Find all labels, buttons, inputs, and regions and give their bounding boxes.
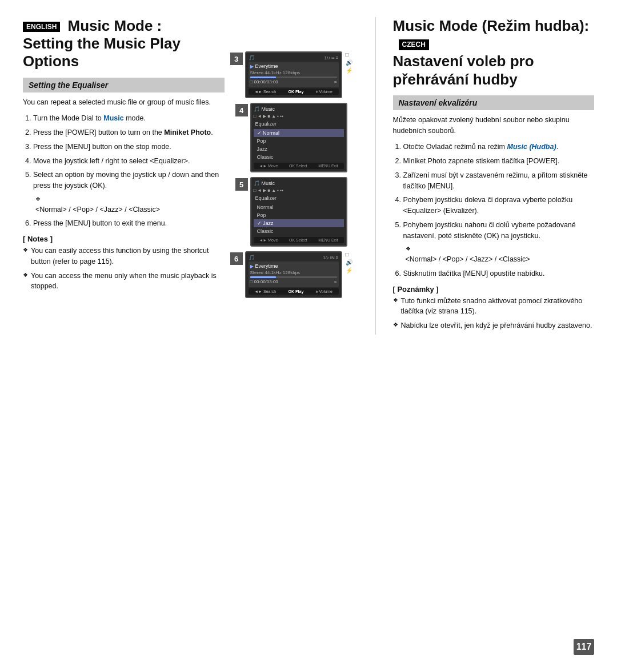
screen6-menu-icon: ≡ — [336, 255, 339, 260]
screen6-icon-2: 🔊 — [346, 259, 352, 265]
czech-step-5: Pohybem joysticku nahoru či dolů vyberte… — [403, 220, 595, 265]
screen-step5-wrapper: 5 🎵 Music □◄▶ ■▲▪ ▪▪ Equalizer Normal Po… — [235, 177, 347, 247]
english-step-4: Move the joystick left / right to select… — [33, 156, 225, 167]
screen6-status1: 1/♪ — [323, 255, 329, 260]
czech-note-1: Tuto funkci můžete snadno aktivovat pomo… — [393, 296, 595, 317]
screen6-search: ◄► Search — [254, 289, 276, 293]
czech-title-line2: Nastavení voleb pro přehrávání hudby — [393, 53, 534, 87]
screen-step4: 🎵 Music □◄▶ ■▲▪ ▪▪ Equalizer ✓ Normal Po… — [250, 103, 347, 172]
screen3-volume: ± Volume — [316, 90, 332, 94]
english-step-6: Press the [MENU] button to exit the menu… — [33, 218, 225, 229]
screen5-controls: □◄▶ ■▲▪ ▪▪ — [254, 188, 344, 193]
english-section-header: Setting the Equaliser — [23, 78, 225, 92]
screen-step6-wrapper: 6 🎵 1/♪ IN ≡ ▶ — [230, 251, 352, 298]
screen5-menu-title: Equalizer — [254, 195, 344, 202]
czech-step-1: Otočte Ovladač režimů na režim Music (Hu… — [403, 142, 595, 152]
screen4-music-icon: 🎵 — [254, 106, 260, 112]
czech-step1-highlight: Music (Hudba) — [507, 143, 556, 151]
english-step5-sub: <Normal> / <Pop> / <Jazz> / <Classic> — [35, 204, 225, 215]
screen3-music-icon: 🎵 — [249, 55, 255, 61]
screen6-icon-1: □ — [346, 251, 352, 257]
screen6-track-arrow: ▶ — [250, 264, 254, 269]
screen5-move: ◄► Move — [259, 238, 278, 242]
english-intro: You can repeat a selected music file or … — [23, 97, 225, 108]
screen3-search: ◄► Search — [254, 90, 276, 94]
screen5-bottom: ◄► Move OK Select MENU Exit — [254, 237, 344, 243]
english-note-1: You can easily access this function by u… — [23, 246, 225, 267]
screen4-item-normal: ✓ Normal — [254, 129, 344, 137]
screen5-select: OK Select — [289, 238, 307, 242]
czech-step-2: Miniket Photo zapnete stiskem tlačítka [… — [403, 156, 595, 167]
screen6-bottom-bar: ◄► Search OK Play ± Volume — [249, 288, 339, 295]
screen3-track-arrow: ▶ — [250, 64, 254, 69]
screen3-status2: ▪▪ — [331, 55, 335, 61]
vertical-divider — [375, 17, 376, 335]
czech-section: Music Mode (Režim hudba): CZECH Nastaven… — [393, 17, 595, 335]
screens-area: 3 🎵 1/♪ ▪▪ ≡ ▶ — [225, 17, 358, 335]
czech-notes: [ Poznámky ] Tuto funkci můžete snadno a… — [393, 285, 595, 331]
step6-num: 6 — [230, 252, 243, 265]
screen3-bottom-bar: ◄► Search OK Play ± Volume — [249, 88, 339, 95]
screen5-item-normal: Normal — [254, 203, 344, 211]
screen-step5: 🎵 Music □◄▶ ■▲▪ ▪▪ Equalizer Normal Pop … — [250, 177, 347, 247]
step5-num: 5 — [235, 178, 248, 191]
screen4-item-classic: Classic — [254, 153, 344, 161]
english-note-2: You can access the menu only when the mu… — [23, 271, 225, 292]
screen5-exit: MENU Exit — [318, 238, 338, 242]
english-title-line1: Music Mode : — [68, 17, 162, 34]
screen6-time: □ 00:00/03:00 — [250, 279, 278, 284]
screen5-music-label: Music — [262, 180, 275, 186]
english-step-5: Select an option by moving the joystick … — [33, 170, 225, 215]
screen4-music-label: Music — [262, 106, 275, 112]
screen4-move: ◄► Move — [259, 164, 278, 168]
screen3-audio-info: Stereo 44.1kHz 128kbps — [250, 70, 301, 75]
czech-note-2: Nabídku lze otevřít, jen když je přehráv… — [393, 320, 595, 331]
screen4-menu-title: Equalizer — [254, 120, 344, 127]
czech-section-header: Nastavení ekvalizéru — [393, 95, 595, 110]
screen3-eq-icon: ≈ — [334, 79, 336, 84]
czech-title-line1: Music Mode (Režim hudba): — [393, 17, 590, 34]
screen4-select: OK Select — [289, 164, 307, 168]
screen3-icon-2: 🔊 — [346, 59, 352, 66]
screen3-menu-icon: ≡ — [336, 55, 339, 61]
screen5-item-jazz: ✓ Jazz — [254, 219, 344, 227]
screen6-track-name: Everytime — [255, 263, 278, 269]
screen5-item-pop: Pop — [254, 211, 344, 219]
screen5-music-icon: 🎵 — [254, 180, 260, 186]
screen4-exit: MENU Exit — [318, 164, 338, 168]
screen6-right-icons: □ 🔊 ⚡ — [346, 251, 352, 273]
screen6-play: OK Play — [288, 289, 303, 293]
english-title-line2: Setting the Music Play Options — [23, 35, 181, 70]
english-notes-title: [ Notes ] — [23, 235, 225, 243]
english-step-3: Press the [MENU] button on the stop mode… — [33, 142, 225, 152]
screen6-volume: ± Volume — [316, 289, 332, 293]
screen-step3-wrapper: 3 🎵 1/♪ ▪▪ ≡ ▶ — [230, 51, 352, 98]
english-step-2: Press the [POWER] button to turn on the … — [33, 127, 225, 138]
screen3-right-icons: □ 🔊 ⚡ — [346, 51, 352, 74]
czech-step-4: Pohybem joysticku doleva či doprava vybe… — [403, 195, 595, 216]
screen6-icon-3: ⚡ — [346, 267, 352, 273]
czech-steps: Otočte Ovladač režimů na režim Music (Hu… — [393, 142, 595, 279]
english-step1-highlight: Music — [103, 114, 123, 122]
czech-badge: CZECH — [399, 39, 429, 50]
screen4-controls: □◄▶ ■▲▪ ▪▪ — [254, 114, 344, 119]
screen3-status1: 1/♪ — [324, 55, 330, 61]
screen-step6: 🎵 1/♪ IN ≡ ▶ Everytime — [245, 251, 342, 298]
english-section: ENGLISH Music Mode : Setting the Music P… — [23, 17, 225, 335]
english-badge: ENGLISH — [23, 22, 60, 32]
czech-notes-title: [ Poznámky ] — [393, 285, 595, 293]
english-step-1: Turn the Mode Dial to Music mode. — [33, 113, 225, 124]
english-steps: Turn the Mode Dial to Music mode. Press … — [23, 113, 225, 229]
screen3-time: □ 00:00/03:00 — [250, 79, 278, 84]
screen6-music-icon: 🎵 — [249, 255, 255, 260]
czech-intro: Můžete opakovat zvolený hudební soubor n… — [393, 115, 595, 136]
step4-num: 4 — [235, 104, 248, 116]
page-number: 117 — [574, 639, 594, 655]
step3-num: 3 — [230, 53, 243, 65]
czech-step-6: Stisknutím tlačítka [MENU] opustíte nabí… — [403, 268, 595, 279]
english-notes: [ Notes ] You can easily access this fun… — [23, 235, 225, 292]
screen4-item-pop: Pop — [254, 137, 344, 145]
screen5-item-classic: Classic — [254, 227, 344, 235]
screen3-play: OK Play — [288, 90, 303, 94]
screen3-icon-1: □ — [346, 51, 352, 58]
